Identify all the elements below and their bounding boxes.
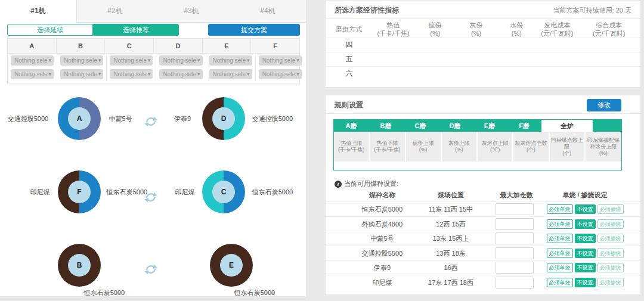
max-bins-input[interactable] — [496, 232, 534, 244]
mill-mode-five: 五 — [326, 52, 373, 66]
rules-empty-row — [334, 162, 621, 170]
table-row: 恒东石炭5000 11东 11西 15中 必须单烧 不设置 必须掺烧 — [326, 201, 640, 216]
info-icon: i — [335, 181, 342, 188]
submit-plan-button[interactable]: 提交方案 — [208, 24, 300, 36]
no-setting-badge[interactable]: 不设置 — [575, 234, 596, 243]
col-gen-cost: 发电成本(元/千瓦时) — [537, 21, 578, 38]
col-ash-melt-upper: 灰熔点上限(℃) — [478, 132, 513, 162]
tab-whole-furnace[interactable]: 全炉 — [541, 120, 593, 132]
col-sulfur: 硫份(%) — [414, 21, 456, 38]
tab-unit-2[interactable]: #2机 — [77, 0, 153, 23]
coal-location: 16西 — [409, 260, 493, 275]
must-blend-burn-badge[interactable]: 必须掺烧 — [597, 234, 624, 243]
coal-label: 中蒙5号 — [99, 114, 142, 123]
mill-letter: B — [68, 254, 91, 277]
mill-c-donut: C — [202, 170, 245, 213]
coal-select-dropdown[interactable]: Nothing sele▾ — [11, 69, 54, 79]
caret-down-icon: ▾ — [98, 55, 101, 66]
col-heat-lower: 热值下限(千卡/千焦) — [370, 132, 405, 162]
choose-continue-button[interactable]: 选择延续 — [7, 24, 93, 36]
coal-select-dropdown[interactable]: Nothing sele▾ — [60, 55, 103, 66]
tab-unit-3[interactable]: #3机 — [153, 0, 230, 23]
no-setting-badge[interactable]: 不设置 — [575, 278, 596, 287]
rules-title: 规则设置 — [335, 100, 363, 110]
must-blend-burn-badge[interactable]: 必须掺烧 — [597, 204, 624, 214]
must-single-burn-badge[interactable]: 必须单烧 — [547, 278, 573, 287]
refresh-icon[interactable] — [144, 191, 157, 204]
must-single-burn-badge[interactable]: 必须单烧 — [547, 249, 573, 258]
coal-label: 伊泰9 — [162, 114, 203, 123]
col-moisture: 水份(%) — [496, 21, 537, 38]
coal-select-dropdown[interactable]: Nothing sele▾ — [110, 69, 153, 79]
tab-unit-1[interactable]: #1机 — [0, 0, 77, 23]
max-bins-input[interactable] — [496, 262, 534, 274]
col-indo-moisture: 印尼煤掺配煤种水份上限(%) — [586, 132, 621, 162]
must-blend-burn-badge[interactable]: 必须掺烧 — [597, 219, 624, 229]
mill-col-e: E — [203, 39, 252, 53]
no-setting-badge[interactable]: 不设置 — [575, 263, 596, 272]
coal-select-dropdown[interactable]: Nothing sele▾ — [209, 69, 252, 79]
table-row: 四 — [326, 38, 640, 52]
tab-mill-f[interactable]: F磨 — [507, 120, 541, 132]
must-single-burn-badge[interactable]: 必须单烧 — [547, 234, 573, 243]
choose-recommend-button[interactable]: 选择推荐 — [93, 24, 179, 36]
coal-select-dropdown[interactable]: Nothing sele▾ — [259, 69, 302, 79]
mill-col-a: A — [8, 39, 57, 53]
must-single-burn-badge[interactable]: 必须单烧 — [547, 204, 573, 214]
table-row: 外购石炭4800 12西 15西 必须单烧 不设置 必须掺烧 — [326, 216, 640, 231]
coal-select-dropdown[interactable]: Nothing sele▾ — [11, 55, 54, 66]
mill-d-donut: D — [202, 97, 245, 140]
mill-f-donut: F — [58, 170, 101, 213]
tab-mill-c[interactable]: C磨 — [403, 120, 438, 132]
mill-selection-table: A B C D E F Nothing sele▾ Nothing sele▾ … — [7, 38, 300, 83]
caret-down-icon: ▾ — [296, 69, 299, 79]
caret-down-icon: ▾ — [296, 55, 299, 66]
dropdown-value: Nothing sele — [213, 55, 246, 66]
tab-mill-e[interactable]: E磨 — [472, 120, 507, 132]
caret-down-icon: ▾ — [197, 69, 200, 79]
economics-title: 所选方案经济性指标 — [335, 5, 399, 15]
col-coal-location: 煤场位置 — [409, 190, 493, 200]
rules-limit-table: A磨 B磨 C磨 D磨 E磨 F磨 全炉 热值上限(千卡/千焦) 热值下限(千卡… — [333, 119, 622, 170]
tab-mill-b[interactable]: B磨 — [369, 120, 403, 132]
mill-letter: E — [220, 254, 243, 277]
mill-col-d: D — [154, 39, 203, 53]
caret-down-icon: ▾ — [197, 55, 200, 66]
coal-select-dropdown[interactable]: Nothing sele▾ — [159, 55, 202, 66]
tab-mill-a[interactable]: A磨 — [334, 120, 369, 132]
max-bins-input[interactable] — [496, 203, 534, 215]
dropdown-value: Nothing sele — [213, 69, 246, 79]
col-max-bins: 最大加仓数 — [487, 190, 546, 200]
refresh-icon[interactable] — [144, 263, 157, 276]
no-setting-badge[interactable]: 不设置 — [575, 249, 596, 258]
coal-select-dropdown[interactable]: Nothing sele▾ — [110, 55, 153, 66]
must-blend-burn-badge[interactable]: 必须掺烧 — [597, 278, 624, 287]
coal-select-dropdown[interactable]: Nothing sele▾ — [259, 55, 302, 66]
no-setting-badge[interactable]: 不设置 — [575, 219, 596, 229]
plan-choice-segment: 选择延续 选择推荐 — [7, 24, 179, 36]
coal-select-dropdown[interactable]: Nothing sele▾ — [209, 55, 252, 66]
dropdown-value: Nothing sele — [262, 69, 296, 79]
must-single-burn-badge[interactable]: 必须单烧 — [547, 219, 573, 229]
coal-select-dropdown[interactable]: Nothing sele▾ — [60, 69, 103, 79]
caret-down-icon: ▾ — [49, 69, 52, 79]
mill-table-header: A B C D E F — [8, 39, 299, 54]
must-blend-burn-badge[interactable]: 必须掺烧 — [597, 249, 624, 258]
mill-col-c: C — [105, 39, 154, 53]
mill-b-donut: B — [58, 244, 101, 287]
unit-blend-panel: #1机 #2机 #3机 #4机 选择延续 选择推荐 提交方案 A B C D E… — [0, 0, 306, 296]
col-heat-upper: 热值上限(千卡/千焦) — [334, 132, 370, 162]
max-bins-input[interactable] — [496, 277, 534, 288]
refresh-icon[interactable] — [144, 115, 157, 128]
max-bins-input[interactable] — [496, 247, 534, 259]
tab-unit-4[interactable]: #4机 — [230, 0, 306, 23]
coal-select-dropdown[interactable]: Nothing sele▾ — [159, 69, 202, 79]
modify-button[interactable]: 修改 — [587, 99, 621, 111]
must-blend-burn-badge[interactable]: 必须掺烧 — [597, 263, 624, 272]
tab-mill-d[interactable]: D磨 — [438, 120, 472, 132]
must-single-burn-badge[interactable]: 必须单烧 — [547, 263, 573, 272]
mill-letter: A — [68, 107, 91, 130]
max-bins-input[interactable] — [496, 218, 534, 230]
mill-mode-six: 六 — [326, 67, 373, 80]
no-setting-badge[interactable]: 不设置 — [575, 204, 596, 214]
